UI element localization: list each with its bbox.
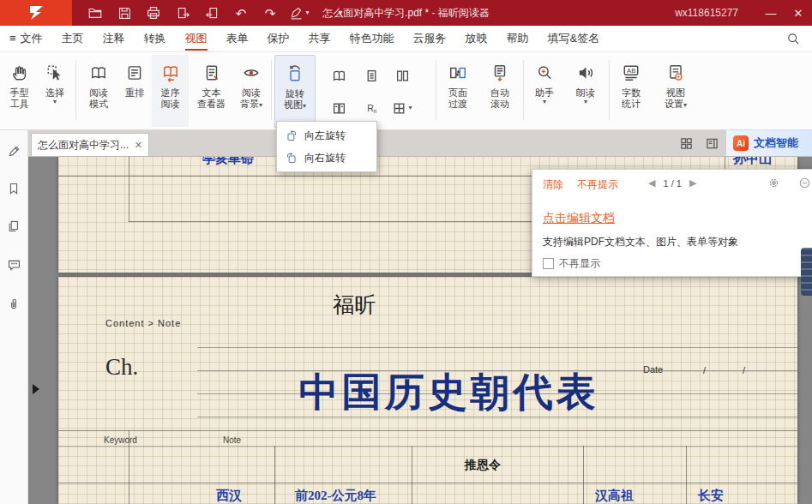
dont-remind-link[interactable]: 不再提示 (577, 177, 618, 192)
rotate-view-button[interactable]: 旋转 视图▾ (274, 55, 316, 129)
dont-show-label: 不再显示 (559, 256, 600, 271)
table-line (129, 156, 129, 222)
menu-home[interactable]: 主页 (52, 26, 93, 51)
page2-title: 中国历史朝代表 (254, 366, 644, 419)
prev-page-icon[interactable]: ◀ (648, 177, 655, 189)
page-transition-button[interactable]: 页面 过渡 (439, 55, 477, 127)
ink-sign-icon[interactable]: ▾ (288, 3, 310, 23)
rotate-view-icon (286, 60, 304, 87)
page-indicator: 1 / 1 (663, 178, 681, 189)
right-edge-panel-grip[interactable] (801, 248, 812, 296)
assistant-button[interactable]: 助手 ▾ (527, 55, 562, 127)
open-file-icon[interactable] (84, 3, 106, 23)
table-line (686, 446, 687, 504)
word-count-button[interactable]: AB 字数 统计 (611, 55, 652, 127)
select-tool-button[interactable]: 选择 ▾ (38, 55, 72, 127)
edit-pencil-icon[interactable] (5, 142, 22, 159)
read-mode-button[interactable]: 阅读 模式 (81, 55, 117, 127)
foxit-logo-icon[interactable] (0, 0, 72, 26)
grid-view-icon[interactable] (679, 136, 694, 151)
ribbon-separator (75, 60, 76, 120)
left-panel-bar (0, 130, 28, 504)
attachment-paperclip-icon[interactable] (5, 295, 22, 312)
text-viewer-button[interactable]: 文本 查看器 (191, 55, 232, 127)
keyword-label: Keyword (104, 435, 137, 445)
clear-link[interactable]: 清除 (543, 177, 563, 192)
tab-close-icon[interactable]: ✕ (135, 140, 142, 151)
menu-convert[interactable]: 转换 (135, 26, 176, 51)
reading-order-icon[interactable]: Rn (358, 95, 384, 121)
facing-pages-icon[interactable] (326, 95, 352, 121)
close-button[interactable]: ✕ (785, 0, 812, 26)
rotate-view-menu: 向左旋转 向右旋转 (276, 121, 377, 172)
tab-title: 怎么面对高中学习... (38, 138, 131, 153)
redo-icon[interactable]: ↷ (259, 3, 281, 23)
two-column-icon[interactable] (389, 63, 415, 88)
next-page-icon[interactable]: ▶ (689, 177, 696, 189)
doc-ai-button[interactable]: Ai 文档智能 (726, 130, 812, 156)
view-settings-button[interactable]: 视图 设置▾ (655, 55, 696, 127)
rotate-left-item[interactable]: 向左旋转 (277, 124, 376, 147)
menu-share[interactable]: 共享 (299, 26, 340, 51)
chevron-down-icon: ▾ (683, 102, 687, 109)
breadcrumb-text: Content > Note (105, 318, 181, 328)
chevron-down-icon: ▾ (53, 99, 57, 105)
hand-tool-button[interactable]: 手型 工具 (3, 55, 35, 127)
dont-show-checkbox[interactable] (543, 258, 554, 269)
document-canvas[interactable]: 学亥革命 孙中山 3 福昕 Content > Note Ch. 中国历史朝代表… (27, 156, 812, 504)
ribbon-toolbar: 手型 工具 选择 ▾ 阅读 模式 重排 逆序 阅读 文本 查看器 (0, 52, 812, 130)
ribbon-separator (523, 60, 524, 120)
split-grid-icon[interactable]: ▾ (389, 95, 415, 121)
menu-protect[interactable]: 保护 (258, 26, 299, 51)
menu-fill-sign[interactable]: 填写&签名 (538, 26, 610, 51)
reflow-button[interactable]: 重排 (119, 55, 150, 127)
table-line (583, 446, 584, 504)
book-layout-icon[interactable] (326, 63, 352, 88)
sidebar-expand-arrow[interactable] (33, 384, 39, 394)
chevron-down-icon: ▾ (305, 9, 309, 16)
hamburger-icon: ≡ (9, 32, 16, 45)
menu-cloud[interactable]: 云服务 (404, 26, 456, 51)
page1-struck-text: 学亥革命 (202, 156, 254, 167)
minimize-button[interactable]: — (757, 0, 785, 26)
comment-icon[interactable] (5, 256, 22, 273)
gear-icon[interactable] (767, 177, 780, 189)
menu-form[interactable]: 表单 (217, 26, 258, 51)
export-page-icon[interactable] (171, 3, 194, 23)
menu-features[interactable]: 特色功能 (340, 26, 404, 51)
auto-scroll-button[interactable]: 自动 滚动 (481, 55, 519, 127)
date-slash: / (703, 365, 706, 375)
reading-background-button[interactable]: 阅读 背景▾ (233, 55, 269, 127)
search-icon[interactable] (786, 26, 800, 51)
document-tab[interactable]: 怎么面对高中学习... ✕ (31, 133, 149, 156)
save-icon[interactable] (113, 3, 135, 23)
reverse-reading-button[interactable]: 逆序 阅读 (152, 55, 189, 127)
ai-logo-icon: Ai (733, 135, 749, 151)
menu-help[interactable]: 帮助 (497, 26, 538, 51)
menu-comment[interactable]: 注释 (93, 26, 135, 51)
chapter-label: Ch. (105, 354, 138, 381)
account-name[interactable]: wx118615277 (675, 7, 738, 19)
rotate-right-item[interactable]: 向右旋转 (277, 147, 376, 169)
read-aloud-button[interactable]: 朗读 ▾ (568, 55, 603, 127)
page-panel-icon[interactable] (705, 136, 719, 151)
chevron-down-icon: ▾ (259, 102, 262, 109)
single-column-icon[interactable] (358, 63, 384, 88)
ribbon-separator (609, 60, 610, 120)
page-layout-group: Rn ▾ (321, 55, 434, 127)
undo-icon[interactable]: ↶ (230, 3, 252, 23)
table-line (412, 446, 412, 504)
pages-icon[interactable] (5, 218, 22, 235)
read-mode-icon (89, 59, 108, 87)
bookmark-icon[interactable] (5, 180, 22, 197)
edit-document-link[interactable]: 点击编辑文档 (543, 211, 615, 226)
ribbon-separator (436, 60, 436, 120)
edit-description: 支持编辑PDF文档文本、图片、表单等对象 (543, 235, 738, 249)
collapse-circle-icon[interactable] (798, 177, 811, 189)
text-viewer-icon (202, 59, 221, 87)
menu-view[interactable]: 视图 (176, 26, 217, 51)
import-page-icon[interactable] (201, 3, 223, 23)
print-icon[interactable] (142, 3, 165, 23)
menu-present[interactable]: 放映 (456, 26, 497, 51)
menu-file[interactable]: ≡文件 (0, 26, 52, 51)
